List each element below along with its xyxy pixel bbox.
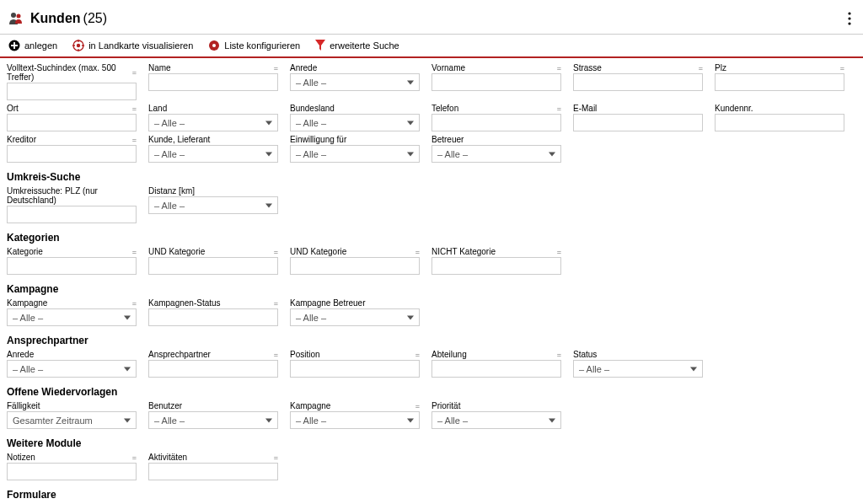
label-prioritaet: Priorität bbox=[432, 401, 460, 410]
label-notizen: Notizen bbox=[7, 453, 35, 462]
ap-anrede-select[interactable]: – Alle – bbox=[7, 360, 137, 378]
label-land: Land bbox=[148, 104, 167, 113]
page-count: (25) bbox=[83, 11, 107, 26]
label-name: Name bbox=[148, 63, 171, 72]
label-und-kategorie-1: UND Kategorie bbox=[148, 247, 205, 256]
label-kampagnen-status: Kampagnen-Status bbox=[148, 298, 221, 308]
label-ap-anrede: Anrede bbox=[7, 350, 34, 359]
bundesland-select[interactable]: – Alle – bbox=[290, 114, 420, 131]
label-einwilligung: Einwilligung für bbox=[290, 135, 346, 144]
anlegen-button[interactable]: anlegen bbox=[8, 40, 57, 51]
label-ansprechpartner: Ansprechpartner bbox=[148, 350, 211, 359]
telefon-input[interactable] bbox=[432, 114, 561, 131]
target-icon bbox=[72, 40, 84, 51]
vorname-input[interactable] bbox=[432, 73, 561, 91]
status-select[interactable]: – Alle – bbox=[573, 360, 703, 378]
volltext-input[interactable] bbox=[7, 83, 137, 100]
label-strasse: Strasse bbox=[573, 63, 602, 72]
advanced-search-button[interactable]: erweiterte Suche bbox=[315, 40, 399, 51]
label-telefon: Telefon bbox=[432, 104, 458, 113]
label-faelligkeit: Fälligkeit bbox=[7, 401, 40, 410]
ort-input[interactable] bbox=[7, 114, 137, 131]
label-vorname: Vorname bbox=[432, 63, 465, 72]
kategorie-input[interactable] bbox=[7, 257, 137, 275]
label-distanz: Distanz [km] bbox=[148, 186, 195, 196]
land-select[interactable]: – Alle – bbox=[148, 114, 278, 131]
more-menu-button[interactable] bbox=[844, 8, 855, 29]
kundennr-input[interactable] bbox=[715, 114, 844, 131]
label-benutzer: Benutzer bbox=[148, 401, 182, 410]
svg-point-9 bbox=[212, 44, 216, 47]
und-kategorie-2-input[interactable] bbox=[290, 257, 420, 275]
position-input[interactable] bbox=[290, 360, 420, 378]
einwilligung-select[interactable]: – Alle – bbox=[290, 145, 420, 163]
umkreis-plz-input[interactable] bbox=[7, 206, 137, 223]
label-position: Position bbox=[290, 350, 320, 359]
kunde-lieferant-select[interactable]: – Alle – bbox=[148, 145, 278, 163]
section-ansprechpartner: Ansprechpartner bbox=[7, 335, 856, 346]
svg-point-3 bbox=[848, 17, 850, 19]
kampagne-select[interactable]: – Alle – bbox=[7, 308, 137, 326]
svg-point-0 bbox=[11, 13, 16, 18]
distanz-select[interactable]: – Alle – bbox=[148, 196, 278, 214]
abteilung-input[interactable] bbox=[432, 360, 561, 378]
label-kreditor: Kreditor bbox=[7, 135, 36, 144]
label-und-kategorie-2: UND Kategorie bbox=[290, 247, 346, 256]
email-input[interactable] bbox=[573, 114, 703, 131]
label-status: Status bbox=[573, 350, 597, 359]
svg-point-2 bbox=[848, 12, 850, 14]
section-wiedervorlagen: Offene Wiedervorlagen bbox=[7, 386, 856, 398]
plus-circle-icon bbox=[8, 40, 20, 51]
svg-point-4 bbox=[848, 22, 850, 24]
label-kategorie: Kategorie bbox=[7, 247, 43, 256]
svg-point-1 bbox=[17, 14, 21, 19]
aktivitaeten-input[interactable] bbox=[148, 463, 278, 480]
label-ww-kampagne: Kampagne bbox=[290, 401, 330, 410]
label-nicht-kategorie: NICHT Kategorie bbox=[432, 247, 496, 256]
kreditor-input[interactable] bbox=[7, 145, 137, 163]
kampagne-betreuer-select[interactable]: – Alle – bbox=[290, 308, 420, 326]
kampagnen-status-input[interactable] bbox=[148, 308, 278, 326]
label-anrede: Anrede bbox=[290, 63, 317, 72]
label-plz: Plz bbox=[715, 63, 726, 72]
name-input[interactable] bbox=[148, 73, 278, 91]
label-kunde-lieferant: Kunde, Lieferant bbox=[148, 135, 210, 144]
und-kategorie-1-input[interactable] bbox=[148, 257, 278, 275]
faelligkeit-select[interactable]: Gesamter Zeitraum bbox=[7, 411, 137, 429]
gear-icon bbox=[208, 40, 220, 51]
label-umkreis-plz: Umkreissuche: PLZ (nur Deutschland) bbox=[7, 186, 137, 205]
label-kundennr: Kundennr. bbox=[715, 104, 753, 113]
page-title: Kunden bbox=[30, 11, 81, 26]
benutzer-select[interactable]: – Alle – bbox=[148, 411, 278, 429]
filter-icon bbox=[315, 40, 325, 51]
label-kampagne: Kampagne bbox=[7, 298, 47, 308]
nicht-kategorie-input[interactable] bbox=[432, 257, 561, 275]
section-weitere: Weitere Module bbox=[7, 437, 856, 449]
section-formulare: Formulare bbox=[7, 489, 856, 501]
label-bundesland: Bundesland bbox=[290, 104, 335, 113]
label-kampagne-betreuer: Kampagne Betreuer bbox=[290, 298, 366, 308]
ww-kampagne-select[interactable]: – Alle – bbox=[290, 411, 420, 429]
prioritaet-select[interactable]: – Alle – bbox=[432, 411, 561, 429]
label-betreuer: Betreuer bbox=[432, 135, 464, 144]
visualize-button[interactable]: in Landkarte visualisieren bbox=[72, 40, 193, 51]
label-volltext: Volltext-Suchindex (max. 500 Treffer) bbox=[7, 63, 132, 82]
label-email: E-Mail bbox=[573, 104, 597, 113]
section-umkreis: Umkreis-Suche bbox=[7, 171, 856, 183]
section-kampagne: Kampagne bbox=[7, 283, 856, 295]
betreuer-select[interactable]: – Alle – bbox=[432, 145, 561, 163]
svg-point-7 bbox=[77, 44, 80, 47]
strasse-input[interactable] bbox=[573, 73, 703, 91]
plz-input[interactable] bbox=[715, 73, 844, 91]
customers-icon bbox=[8, 11, 24, 26]
notizen-input[interactable] bbox=[7, 463, 137, 480]
label-abteilung: Abteilung bbox=[432, 350, 467, 359]
label-ort: Ort bbox=[7, 104, 19, 113]
label-aktivitaeten: Aktivitäten bbox=[148, 453, 187, 462]
section-kategorien: Kategorien bbox=[7, 232, 856, 244]
ansprechpartner-input[interactable] bbox=[148, 360, 278, 378]
configure-button[interactable]: Liste konfigurieren bbox=[208, 40, 300, 51]
anrede-select[interactable]: – Alle – bbox=[290, 73, 420, 91]
